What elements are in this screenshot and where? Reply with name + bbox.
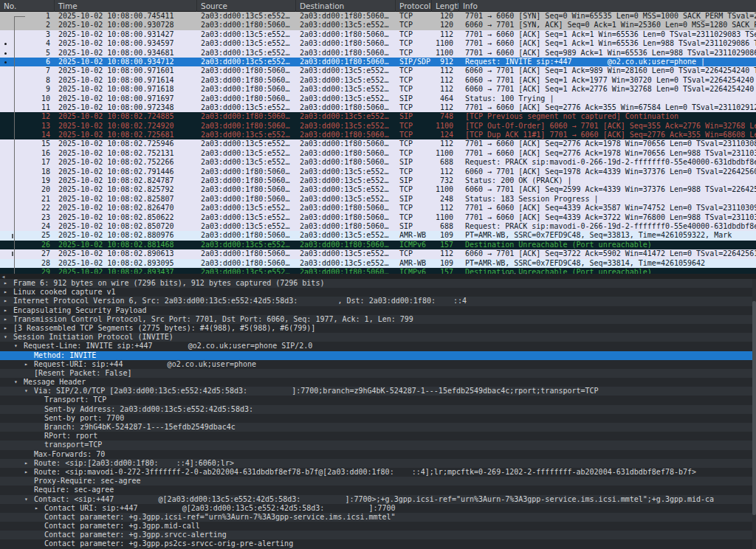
packet-row[interactable]: 172025-10-02 10:08:02.7522662a03:dd00:13… <box>0 158 756 167</box>
cell-info: Status: 100 Trying | <box>459 94 756 103</box>
packet-row[interactable]: 262025-10-02 10:08:02.8814682a03:dd00:13… <box>0 241 756 249</box>
packet-list-rows: 12025-10-02 10:08:00.7454112a03:dd00:13c… <box>0 12 756 274</box>
expand-arrow-icon[interactable]: ▸ <box>4 315 7 324</box>
packet-row[interactable]: 142025-10-02 10:08:02.7256812a03:dd00:13… <box>0 131 756 139</box>
packet-row[interactable]: 122025-10-02 10:08:02.7248852a03:dd00:1f… <box>0 112 756 121</box>
detail-row[interactable]: ▸Frame 6: 912 bytes on wire (7296 bits),… <box>0 279 756 288</box>
detail-row[interactable]: ▾Message Header <box>0 378 756 387</box>
packet-row[interactable]: 162025-10-02 10:08:02.7521312a03:dd00:13… <box>0 149 756 158</box>
cell-no: 20 <box>0 185 55 194</box>
packet-row[interactable]: 32025-10-02 10:08:00.9314272a03:dd00:13c… <box>0 30 756 39</box>
expand-arrow-icon[interactable]: ▸ <box>4 279 7 288</box>
cell-source: 2a03:dd00:13c5:e552… <box>197 49 296 58</box>
pane-splitter-handle-icon[interactable]: ····· <box>502 272 532 277</box>
column-header-source[interactable]: Source <box>197 0 296 12</box>
scroll-left-icon[interactable]: ◀ <box>1 274 6 279</box>
detail-row-text: Route: <sip:mavodi-0-272-3fffffff-2-0-ab… <box>34 468 696 477</box>
expand-arrow-icon[interactable]: ▸ <box>4 297 7 305</box>
collapse-arrow-icon[interactable]: ▾ <box>24 387 28 396</box>
cell-info: Request: PRACK sip:mavodi-0-266-19d-2-ff… <box>459 158 756 167</box>
detail-row-selected[interactable]: Method: INVITE <box>0 351 756 360</box>
expand-arrow-icon[interactable]: ▸ <box>24 360 28 369</box>
packet-row[interactable]: 292025-10-02 10:08:02.8934372a03:dd00:13… <box>0 268 756 274</box>
detail-row[interactable]: Contact parameter: +g.3gpp.srvcc-alertin… <box>0 531 756 539</box>
cell-time: 2025-10-02 10:08:02.825807 <box>55 195 197 204</box>
collapse-arrow-icon[interactable]: ▾ <box>14 378 18 387</box>
cell-source: 2a03:dd00:1f80:5060… <box>197 76 296 85</box>
packet-row[interactable]: 272025-10-02 10:08:02.8906132a03:dd00:1f… <box>0 249 756 258</box>
column-header-destination[interactable]: Destination <box>296 0 396 12</box>
detail-row[interactable]: ▾Request-Line: INVITE sip:+447 @o2.co.uk… <box>0 342 756 351</box>
expand-arrow-icon[interactable]: ▸ <box>24 468 28 477</box>
packet-row[interactable]: 22025-10-02 10:08:00.9307282a03:dd00:1f8… <box>0 21 756 30</box>
collapse-arrow-icon[interactable]: ▾ <box>4 333 7 342</box>
collapse-arrow-icon[interactable]: ▾ <box>14 342 18 351</box>
detail-row[interactable]: RPort: rport <box>0 432 756 441</box>
packet-row[interactable]: 52025-10-02 10:08:00.9346812a03:dd00:13c… <box>0 49 756 58</box>
packet-row[interactable]: 12025-10-02 10:08:00.7454112a03:dd00:13c… <box>0 12 756 21</box>
packet-row[interactable]: 62025-10-02 10:08:00.9347122a03:dd00:13c… <box>0 58 756 66</box>
detail-row[interactable]: [Resent Packet: False] <box>0 369 756 378</box>
cell-source: 2a03:dd00:13c5:e552… <box>197 149 296 158</box>
detail-row[interactable]: Sent-by Address: 2a03:dd00:13c5:e552:42d… <box>0 405 756 414</box>
cell-time: 2025-10-02 10:08:00.930728 <box>55 21 197 30</box>
packet-row[interactable]: 182025-10-02 10:08:02.7914462a03:dd00:1f… <box>0 168 756 176</box>
detail-row[interactable]: Contact parameter: +g.3gpp.icsi-ref="urn… <box>0 513 756 522</box>
packet-row[interactable]: 152025-10-02 10:08:02.7259462a03:dd00:13… <box>0 139 756 148</box>
detail-row[interactable]: ▸Route: <sip:mavodi-0-272-3fffffff-2-0-a… <box>0 468 756 477</box>
packet-row[interactable]: 112025-10-02 10:08:00.9723482a03:dd00:13… <box>0 103 756 112</box>
packet-row[interactable]: 252025-10-02 10:08:02.8809762a03:dd00:1f… <box>0 231 756 240</box>
detail-row[interactable]: transport=TCP <box>0 441 756 449</box>
detail-row[interactable]: Contact parameter: +g.3gpp.ps2cs-srvcc-o… <box>0 539 756 548</box>
packet-row[interactable]: 232025-10-02 10:08:02.8506222a03:dd00:13… <box>0 213 756 222</box>
packet-row[interactable]: 212025-10-02 10:08:02.8258072a03:dd00:1f… <box>0 195 756 204</box>
column-header-info[interactable]: Info <box>459 0 756 12</box>
detail-row[interactable]: Transport: TCP <box>0 396 756 404</box>
packet-row[interactable]: 202025-10-02 10:08:02.8257922a03:dd00:1f… <box>0 185 756 194</box>
detail-row[interactable]: ▸[3 Reassembled TCP Segments (2775 bytes… <box>0 324 756 333</box>
cell-time: 2025-10-02 10:08:00.934681 <box>55 49 197 58</box>
packet-row[interactable]: 282025-10-02 10:08:02.8930952a03:dd00:1f… <box>0 259 756 268</box>
packet-row[interactable]: 82025-10-02 10:08:00.9716142a03:dd00:1f8… <box>0 76 756 85</box>
detail-row[interactable]: Contact parameter: +g.3gpp.mid-call <box>0 522 756 531</box>
detail-row[interactable]: ▸Internet Protocol Version 6, Src: 2a03:… <box>0 297 756 305</box>
detail-row-text: Method: INVITE <box>34 351 96 360</box>
detail-row[interactable]: ▾Via: SIP/2.0/TCP [2a03:dd00:13c5:e552:4… <box>0 387 756 396</box>
detail-row[interactable]: ▾Contact: <sip:+447 @[2a03:dd00:13c5:e55… <box>0 495 756 504</box>
packet-row[interactable]: 42025-10-02 10:08:00.9345972a03:dd00:13c… <box>0 39 756 48</box>
detail-row[interactable]: Require: sec-agree <box>0 486 756 494</box>
packet-row[interactable]: 102025-10-02 10:08:00.9716972a03:dd00:1f… <box>0 94 756 103</box>
expand-arrow-icon[interactable]: ▸ <box>4 288 7 297</box>
detail-row[interactable]: ▸Contact URI: sip:+447 @[2a03:dd00:13c5:… <box>0 504 756 513</box>
column-header-time[interactable]: Time <box>55 0 197 12</box>
detail-row[interactable]: ▾Session Initiation Protocol (INVITE) <box>0 333 756 342</box>
column-header-length[interactable]: Length <box>432 0 459 12</box>
detail-row[interactable]: ▸Encapsulating Security Payload <box>0 306 756 315</box>
detail-row[interactable]: Proxy-Require: sec-agree <box>0 477 756 486</box>
detail-row[interactable]: Branch: z9hG4bK-524287-1---15efdb2549dba… <box>0 423 756 432</box>
detail-row[interactable]: ▸Route: <sip:[2a03:dd00:1f80: ::4]:6060;… <box>0 459 756 468</box>
packet-row[interactable]: 222025-10-02 10:08:02.8264702a03:dd00:13… <box>0 204 756 213</box>
column-header-no[interactable]: No. <box>0 0 55 12</box>
collapse-arrow-icon[interactable]: ▾ <box>24 495 28 504</box>
packet-row[interactable]: 242025-10-02 10:08:02.8507202a03:dd00:13… <box>0 222 756 231</box>
scrollbar-thumb[interactable] <box>752 301 756 515</box>
packet-row[interactable]: 92025-10-02 10:08:00.9716182a03:dd00:1f8… <box>0 85 756 94</box>
detail-row[interactable]: Sent-by port: 7700 <box>0 414 756 423</box>
cell-protocol: TCP <box>396 21 432 30</box>
expand-arrow-icon[interactable]: ▸ <box>24 459 28 468</box>
detail-row[interactable]: ▸Linux cooked capture v1 <box>0 288 756 297</box>
details-vertical-scrollbar[interactable] <box>752 279 756 549</box>
expand-arrow-icon[interactable]: ▸ <box>35 504 38 513</box>
cell-time: 2025-10-02 10:08:00.745411 <box>55 12 197 21</box>
column-header-protocol[interactable]: Protocol <box>396 0 432 12</box>
detail-row[interactable]: Max-Forwards: 70 <box>0 450 756 459</box>
horizontal-scrollbar[interactable]: ◀ ····· <box>0 274 756 279</box>
expand-arrow-icon[interactable]: ▸ <box>4 306 7 315</box>
detail-row[interactable]: ▸Request-URI: sip:+44 @o2.co.uk;user=pho… <box>0 360 756 369</box>
packet-row[interactable]: 72025-10-02 10:08:00.9716012a03:dd00:1f8… <box>0 66 756 75</box>
packet-row[interactable]: 132025-10-02 10:08:02.7249202a03:dd00:1f… <box>0 122 756 131</box>
detail-row[interactable]: ▸Transmission Control Protocol, Src Port… <box>0 315 756 324</box>
expand-arrow-icon[interactable]: ▸ <box>4 324 7 333</box>
packet-row[interactable]: 192025-10-02 10:08:02.8247872a03:dd00:1f… <box>0 176 756 185</box>
